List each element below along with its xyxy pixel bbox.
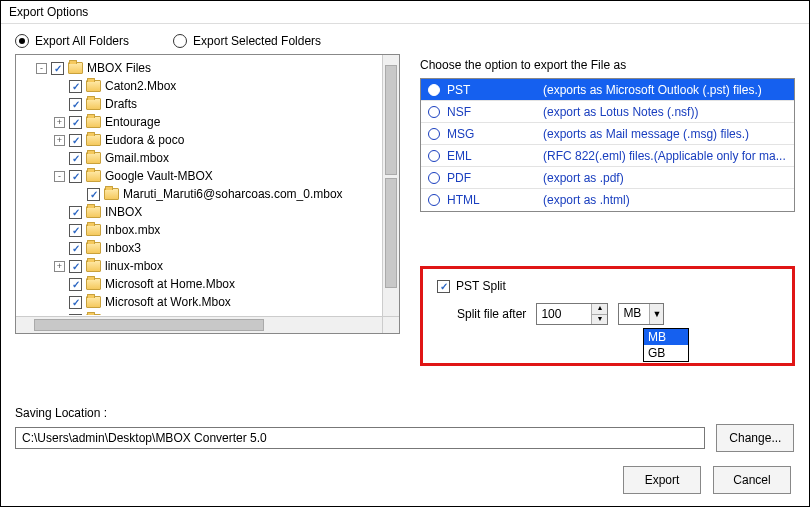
folder-icon [86, 260, 101, 272]
spin-up-icon[interactable]: ▲ [592, 304, 607, 315]
tree-checkbox[interactable] [69, 206, 82, 219]
pst-split-checkbox[interactable] [437, 280, 450, 293]
folder-icon [86, 152, 101, 164]
tree-checkbox[interactable] [69, 134, 82, 147]
tree-expander-icon[interactable]: + [54, 261, 65, 272]
format-desc: (export as .pdf) [543, 171, 788, 185]
radio-dot-icon [428, 106, 440, 118]
radio-dot-icon [428, 194, 440, 206]
tree-checkbox[interactable] [69, 170, 82, 183]
split-unit-dropdown[interactable]: MB GB [643, 328, 689, 362]
folder-icon [86, 242, 101, 254]
format-section-label: Choose the option to export the File as [420, 58, 795, 72]
tree-item-label: MSNBC News.Mbox [105, 313, 214, 315]
tree-row[interactable]: Microsoft at Home.Mbox [18, 275, 397, 293]
tree-checkbox[interactable] [69, 116, 82, 129]
tree-checkbox[interactable] [69, 224, 82, 237]
tree-row[interactable]: Drafts [18, 95, 397, 113]
radio-dot-icon [173, 34, 187, 48]
folder-icon [86, 224, 101, 236]
unit-option-mb[interactable]: MB [644, 329, 688, 345]
spin-down-icon[interactable]: ▼ [592, 315, 607, 325]
tree-item-label: Maruti_Maruti6@soharcoas.com_0.mbox [123, 187, 343, 201]
tree-item-label: Entourage [105, 115, 160, 129]
tree-expander-icon[interactable]: + [54, 117, 65, 128]
radio-export-selected[interactable]: Export Selected Folders [173, 34, 321, 48]
folder-tree[interactable]: -MBOX Files Caton2.Mbox Drafts +Entourag… [15, 54, 400, 334]
tree-row[interactable]: Inbox.mbx [18, 221, 397, 239]
format-code: PDF [447, 171, 543, 185]
format-code: EML [447, 149, 543, 163]
export-button[interactable]: Export [623, 466, 701, 494]
tree-expander-icon[interactable]: - [54, 171, 65, 182]
format-option-pdf[interactable]: PDF(export as .pdf) [421, 167, 794, 189]
tree-checkbox[interactable] [69, 242, 82, 255]
tree-item-label: Microsoft at Home.Mbox [105, 277, 235, 291]
tree-row[interactable]: MSNBC News.Mbox [18, 311, 397, 315]
horizontal-scrollbar[interactable] [16, 316, 382, 333]
tree-item-label: INBOX [105, 205, 142, 219]
tree-row[interactable]: +linux-mbox [18, 257, 397, 275]
folder-icon [86, 296, 101, 308]
format-code: HTML [447, 193, 543, 207]
tree-expander-icon[interactable]: + [54, 135, 65, 146]
folder-icon [68, 62, 83, 74]
split-unit-value: MB [619, 304, 649, 324]
cancel-button[interactable]: Cancel [713, 466, 791, 494]
tree-item-label: Drafts [105, 97, 137, 111]
chevron-down-icon[interactable]: ▼ [649, 304, 663, 324]
tree-row[interactable]: Inbox3 [18, 239, 397, 257]
folder-icon [86, 170, 101, 182]
format-option-nsf[interactable]: NSF(export as Lotus Notes (.nsf)) [421, 101, 794, 123]
tree-row[interactable]: INBOX [18, 203, 397, 221]
window-title: Export Options [1, 1, 809, 24]
vertical-scrollbar[interactable] [382, 55, 399, 316]
tree-checkbox[interactable] [69, 260, 82, 273]
format-desc: (RFC 822(.eml) files.(Applicable only fo… [543, 149, 788, 163]
tree-row[interactable]: -MBOX Files [18, 59, 397, 77]
tree-checkbox[interactable] [69, 98, 82, 111]
tree-checkbox[interactable] [69, 152, 82, 165]
radio-export-all[interactable]: Export All Folders [15, 34, 129, 48]
dialog-body: Export All Folders Export Selected Folde… [1, 24, 809, 466]
tree-checkbox[interactable] [51, 62, 64, 75]
split-size-input[interactable] [537, 304, 591, 324]
format-code: NSF [447, 105, 543, 119]
format-option-html[interactable]: HTML(export as .html) [421, 189, 794, 211]
format-desc: (exports as Mail message (.msg) files.) [543, 127, 788, 141]
unit-option-gb[interactable]: GB [644, 345, 688, 361]
tree-row[interactable]: Microsoft at Work.Mbox [18, 293, 397, 311]
tree-checkbox[interactable] [69, 314, 82, 316]
tree-row[interactable]: +Eudora & poco [18, 131, 397, 149]
folder-icon [86, 206, 101, 218]
saving-location-input[interactable]: C:\Users\admin\Desktop\MBOX Converter 5.… [15, 427, 705, 449]
tree-row[interactable]: +Entourage [18, 113, 397, 131]
radio-dot-icon [428, 84, 440, 96]
tree-expander-icon[interactable]: - [36, 63, 47, 74]
tree-row[interactable]: -Google Vault-MBOX [18, 167, 397, 185]
tree-checkbox[interactable] [69, 296, 82, 309]
radio-dot-icon [428, 150, 440, 162]
format-option-pst[interactable]: PST(exports as Microsoft Outlook (.pst) … [421, 79, 794, 101]
split-unit-select[interactable]: MB ▼ [618, 303, 664, 325]
tree-checkbox[interactable] [69, 278, 82, 291]
format-desc: (export as Lotus Notes (.nsf)) [543, 105, 788, 119]
tree-checkbox[interactable] [69, 80, 82, 93]
tree-checkbox[interactable] [87, 188, 100, 201]
tree-row[interactable]: Caton2.Mbox [18, 77, 397, 95]
folder-icon [86, 98, 101, 110]
format-option-msg[interactable]: MSG(exports as Mail message (.msg) files… [421, 123, 794, 145]
tree-item-label: Eudora & poco [105, 133, 184, 147]
radio-export-selected-label: Export Selected Folders [193, 34, 321, 48]
tree-item-label: Google Vault-MBOX [105, 169, 213, 183]
folder-icon [86, 134, 101, 146]
change-button[interactable]: Change... [716, 424, 794, 452]
tree-row[interactable]: Maruti_Maruti6@soharcoas.com_0.mbox [18, 185, 397, 203]
folder-icon [86, 278, 101, 290]
tree-row[interactable]: Gmail.mbox [18, 149, 397, 167]
format-option-eml[interactable]: EML(RFC 822(.eml) files.(Applicable only… [421, 145, 794, 167]
radio-dot-icon [15, 34, 29, 48]
split-size-stepper[interactable]: ▲▼ [536, 303, 608, 325]
format-code: PST [447, 83, 543, 97]
pst-split-panel: PST Split Split file after ▲▼ MB ▼ MB GB [420, 266, 795, 366]
